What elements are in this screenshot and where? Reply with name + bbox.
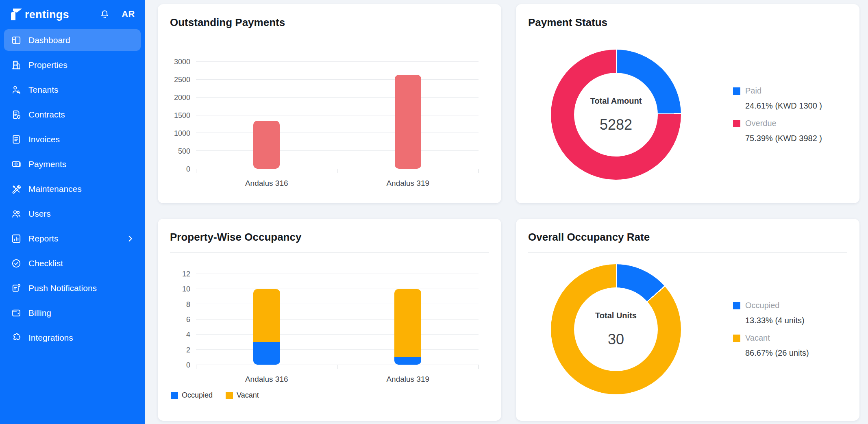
bar-andalus-319 — [394, 274, 421, 365]
sidebar-item-billing[interactable]: Billing — [4, 302, 141, 324]
sidebar-nav: DashboardPropertiesTenantsContractsInvoi… — [4, 29, 141, 348]
vacant-swatch — [226, 392, 233, 399]
vacant-swatch — [733, 335, 740, 342]
chevron-right-icon — [126, 234, 135, 243]
card-overall-occupancy-rate: Overall Occupancy Rate Total Units 30 Oc… — [516, 219, 859, 421]
property-occupancy-stacked-bar-chart: 024681012 Andalus 316Andalus 319 — [170, 274, 489, 384]
divider — [170, 38, 489, 38]
sidebar-item-label: Push Notifications — [28, 283, 97, 293]
card-outstanding-payments: Outstanding Payments 0500100015002000250… — [158, 4, 501, 203]
dashboard-icon — [11, 35, 22, 46]
sidebar-header: rentings AR — [4, 7, 141, 29]
sidebar-item-contracts[interactable]: Contracts — [4, 104, 141, 125]
overall-occupancy-legend: Occupied 13.33% (4 units) Vacant 86.67% … — [733, 301, 809, 358]
maintenance-icon — [11, 184, 22, 194]
y-axis-tick-label: 12 — [182, 270, 190, 278]
sidebar-item-tenants[interactable]: Tenants — [4, 79, 141, 100]
building-icon — [11, 60, 22, 70]
sidebar-item-maintenances[interactable]: Maintenances — [4, 178, 141, 200]
divider — [528, 38, 847, 38]
donut-center: Total Amount 5282 — [574, 73, 658, 157]
overdue-swatch — [733, 120, 740, 127]
sidebar-item-label: Tenants — [28, 85, 59, 95]
legend-entry-overdue: Overdue 75.39% (KWD 3982 ) — [733, 119, 822, 143]
y-axis-tick-label: 500 — [178, 147, 190, 156]
divider — [170, 252, 489, 253]
bar-andalus-316 — [253, 274, 280, 365]
y-axis-tick-label: 0 — [186, 361, 190, 370]
outstanding-payments-bar-chart: 050010001500200025003000 Andalus 316Anda… — [170, 62, 489, 188]
y-axis-tick-label: 1500 — [174, 111, 190, 120]
legend-value: 75.39% (KWD 3982 ) — [745, 134, 822, 143]
payment-status-legend: Paid 24.61% (KWD 1300 ) Overdue 75.39% (… — [733, 86, 822, 143]
sidebar-item-label: Maintenances — [28, 184, 82, 194]
checklist-icon — [11, 258, 22, 269]
y-axis-tick-label: 8 — [186, 300, 190, 309]
y-axis-tick-label: 2000 — [174, 93, 190, 102]
legend-entry-vacant: Vacant 86.67% (26 units) — [733, 333, 809, 358]
card-title: Payment Status — [528, 16, 847, 29]
donut-center-label: Total Units — [595, 311, 637, 320]
overall-occupancy-donut-chart: Total Units 30 — [551, 264, 681, 394]
legend-entry-vacant: Vacant — [226, 391, 259, 400]
push-notifications-icon — [11, 283, 22, 294]
card-title: Overall Occupancy Rate — [528, 231, 847, 244]
sidebar-item-integrations[interactable]: Integrations — [4, 327, 141, 348]
card-property-wise-occupancy: Property-Wise Occupancy 024681012 Andalu… — [158, 219, 501, 421]
logo-mark-icon — [10, 8, 22, 20]
legend-value: 13.33% (4 units) — [745, 316, 809, 325]
bell-icon[interactable] — [99, 9, 110, 20]
sidebar: rentings AR DashboardPropertiesTenantsCo… — [0, 0, 145, 424]
y-axis-tick-label: 1000 — [174, 129, 190, 138]
donut-center: Total Units 30 — [574, 287, 658, 371]
users-icon — [11, 209, 22, 219]
app-logo[interactable]: rentings — [10, 8, 69, 20]
legend-value: 24.61% (KWD 1300 ) — [745, 101, 822, 111]
sidebar-item-push-notifications[interactable]: Push Notifications — [4, 277, 141, 299]
sidebar-item-dashboard[interactable]: Dashboard — [4, 29, 141, 51]
card-title: Property-Wise Occupancy — [170, 231, 489, 244]
paid-swatch — [733, 87, 740, 95]
y-axis-tick-label: 2500 — [174, 76, 190, 84]
donut-center-value: 5282 — [600, 116, 632, 133]
legend-entry-paid: Paid 24.61% (KWD 1300 ) — [733, 86, 822, 111]
sidebar-item-label: Payments — [28, 159, 66, 169]
sidebar-item-invoices[interactable]: Invoices — [4, 128, 141, 150]
y-axis-tick-label: 10 — [182, 285, 190, 294]
sidebar-item-properties[interactable]: Properties — [4, 54, 141, 76]
dashboard-content: Outstanding Payments 0500100015002000250… — [145, 0, 868, 421]
invoice-icon — [11, 134, 22, 145]
sidebar-item-label: Properties — [28, 60, 67, 70]
sidebar-item-label: Integrations — [28, 333, 73, 343]
x-axis-category-label: Andalus 319 — [386, 375, 429, 384]
sidebar-item-label: Billing — [28, 308, 51, 318]
integrations-icon — [11, 333, 22, 343]
sidebar-item-label: Checklist — [28, 259, 63, 268]
divider — [528, 252, 847, 253]
card-payment-status: Payment Status Total Amount 5282 Paid 24… — [516, 4, 859, 203]
card-title: Outstanding Payments — [170, 16, 489, 29]
x-axis-category-label: Andalus 316 — [245, 179, 288, 188]
sidebar-item-payments[interactable]: Payments — [4, 153, 141, 175]
bar-andalus-316 — [253, 62, 280, 169]
sidebar-item-users[interactable]: Users — [4, 203, 141, 224]
sidebar-item-label: Dashboard — [28, 35, 70, 45]
payments-icon — [11, 159, 22, 170]
sidebar-item-label: Users — [28, 209, 51, 219]
occupied-swatch — [733, 302, 740, 309]
payment-status-donut-chart: Total Amount 5282 — [551, 50, 681, 180]
tenant-icon — [11, 85, 22, 95]
sidebar-item-checklist[interactable]: Checklist — [4, 252, 141, 274]
sidebar-item-reports[interactable]: Reports — [4, 228, 141, 249]
y-axis-tick-label: 6 — [186, 315, 190, 324]
sidebar-item-label: Invoices — [28, 135, 60, 144]
donut-center-value: 30 — [608, 331, 624, 348]
reports-icon — [11, 233, 22, 244]
sidebar-item-label: Contracts — [28, 110, 65, 120]
user-avatar-initials[interactable]: AR — [122, 9, 135, 20]
occupancy-chart-legend: Occupied Vacant — [171, 391, 489, 400]
legend-entry-occupied: Occupied 13.33% (4 units) — [733, 301, 809, 325]
y-axis-tick-label: 0 — [186, 165, 190, 174]
legend-entry-occupied: Occupied — [171, 391, 213, 400]
billing-icon — [11, 308, 22, 318]
